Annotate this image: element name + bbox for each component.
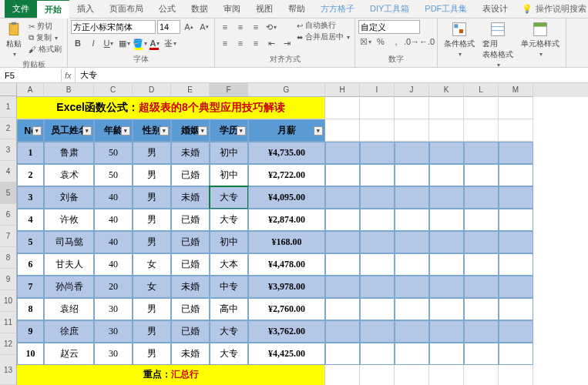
cell[interactable] [429, 209, 464, 231]
data-cell[interactable]: 已婚 [171, 320, 210, 343]
cell[interactable] [499, 320, 533, 343]
data-cell[interactable]: 初中 [210, 142, 248, 164]
data-cell[interactable]: 未婚 [171, 276, 210, 298]
cell[interactable] [499, 343, 533, 365]
tab-pdf[interactable]: PDF工具集 [417, 0, 475, 18]
cell[interactable] [395, 343, 429, 365]
cell[interactable] [325, 209, 360, 231]
phonetic-button[interactable]: 崟▾ [163, 36, 177, 50]
cell[interactable] [325, 97, 360, 119]
wrap-text-button[interactable]: ↩自动换行 [295, 20, 351, 31]
cell[interactable] [360, 343, 395, 365]
cell[interactable] [395, 142, 429, 164]
cell[interactable] [360, 276, 395, 298]
data-cell[interactable]: 初中 [210, 231, 248, 253]
cell[interactable] [464, 142, 499, 164]
data-cell[interactable]: 赵云 [44, 343, 94, 365]
cell[interactable] [325, 320, 360, 343]
cond-format-button[interactable]: 条件格式▾ [441, 20, 478, 59]
data-cell[interactable]: 30 [94, 298, 133, 320]
align-right-button[interactable]: ≡ [249, 36, 263, 50]
cut-button[interactable]: ✂剪切 [27, 21, 63, 32]
align-top-button[interactable]: ≡ [218, 20, 232, 34]
tab-view[interactable]: 视图 [248, 0, 281, 18]
tell-me[interactable]: 💡操作说明搜索 [522, 3, 586, 15]
filter-button[interactable]: ▾ [82, 126, 92, 136]
tab-tdesign[interactable]: 表设计 [475, 0, 516, 18]
data-cell[interactable]: 许攸 [44, 209, 94, 231]
orientation-button[interactable]: ⟲▾ [264, 20, 278, 34]
data-cell[interactable]: 男 [133, 164, 171, 186]
cell[interactable] [499, 365, 533, 385]
data-cell[interactable]: ¥3,978.00 [248, 276, 325, 298]
data-cell[interactable]: 20 [94, 276, 133, 298]
cell[interactable] [395, 119, 429, 142]
data-cell[interactable]: 7 [17, 276, 44, 298]
formula-input[interactable] [76, 69, 588, 82]
cell[interactable] [464, 365, 499, 385]
data-cell[interactable]: 男 [133, 320, 171, 343]
cell[interactable] [360, 186, 395, 209]
shrink-font-button[interactable]: A▾ [197, 20, 211, 34]
col-header-H[interactable]: H [325, 83, 360, 97]
row-header-2[interactable]: 2 [0, 118, 17, 139]
cell[interactable] [395, 320, 429, 343]
border-button[interactable]: ▦▾ [117, 36, 131, 50]
data-cell[interactable]: 40 [94, 231, 133, 253]
data-cell[interactable]: ¥2,722.00 [248, 164, 325, 186]
cell[interactable] [464, 231, 499, 253]
summary-cell[interactable]: 重点：汇总行 [17, 365, 325, 385]
align-bottom-button[interactable]: ≡ [249, 20, 263, 34]
tab-help[interactable]: 帮助 [281, 0, 313, 18]
cell[interactable] [429, 365, 464, 385]
cell[interactable] [395, 186, 429, 209]
number-format-select[interactable] [358, 20, 420, 34]
tab-home[interactable]: 开始 [37, 0, 69, 18]
data-cell[interactable]: ¥4,478.00 [248, 253, 325, 276]
indent-dec-button[interactable]: ⇤ [264, 36, 278, 50]
data-cell[interactable]: 已婚 [171, 231, 210, 253]
cell[interactable] [395, 253, 429, 276]
col-header-F[interactable]: F [210, 83, 248, 97]
cell[interactable] [499, 253, 533, 276]
data-cell[interactable]: 30 [94, 343, 133, 365]
col-header-K[interactable]: K [429, 83, 464, 97]
cell[interactable] [429, 164, 464, 186]
row-header-7[interactable]: 7 [0, 226, 17, 247]
percent-button[interactable]: % [374, 35, 388, 49]
tab-data[interactable]: 数据 [183, 0, 216, 18]
format-painter-button[interactable]: 🖌格式刷 [27, 44, 63, 55]
col-header-A[interactable]: A [17, 83, 44, 97]
data-cell[interactable]: 3 [17, 186, 44, 209]
data-cell[interactable]: 4 [17, 209, 44, 231]
row-header-11[interactable]: 11 [0, 312, 17, 333]
cell[interactable] [395, 97, 429, 119]
cell[interactable] [499, 186, 533, 209]
data-cell[interactable]: 已婚 [171, 298, 210, 320]
data-cell[interactable]: 中专 [210, 276, 248, 298]
data-cell[interactable]: 高中 [210, 298, 248, 320]
data-cell[interactable]: 8 [17, 298, 44, 320]
tab-file[interactable]: 文件 [5, 0, 37, 18]
data-cell[interactable]: 50 [94, 142, 133, 164]
tab-diy[interactable]: DIY工具箱 [362, 0, 417, 18]
bold-button[interactable]: B [71, 36, 85, 50]
font-color-button[interactable]: A▾ [148, 36, 162, 50]
align-center-button[interactable]: ≡ [234, 36, 247, 50]
row-header-13[interactable]: 13 [0, 355, 17, 385]
filter-button[interactable]: ▾ [314, 126, 323, 136]
cell[interactable] [360, 142, 395, 164]
tab-review[interactable]: 审阅 [216, 0, 248, 18]
cell[interactable] [395, 231, 429, 253]
data-cell[interactable]: 刘备 [44, 186, 94, 209]
col-header-M[interactable]: M [499, 83, 533, 97]
data-cell[interactable]: 男 [133, 186, 171, 209]
cell[interactable] [429, 142, 464, 164]
data-cell[interactable]: ¥168.00 [248, 231, 325, 253]
grow-font-button[interactable]: A▴ [182, 20, 196, 34]
cell[interactable] [429, 298, 464, 320]
cell[interactable] [395, 164, 429, 186]
data-cell[interactable]: 大专 [210, 186, 248, 209]
cell[interactable] [360, 119, 395, 142]
data-cell[interactable]: 9 [17, 320, 44, 343]
